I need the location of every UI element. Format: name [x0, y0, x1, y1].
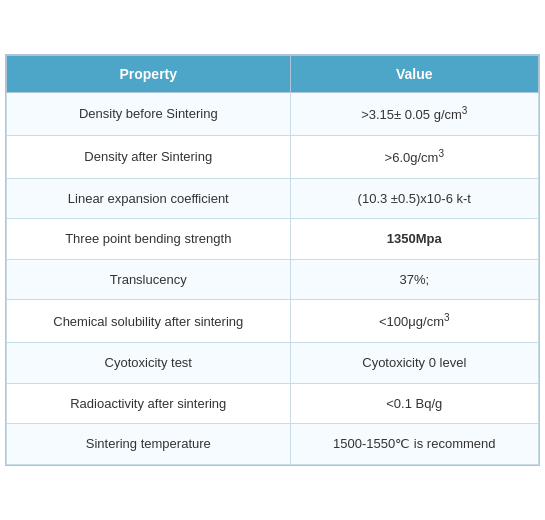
- table-row: Density after Sintering>6.0g/cm3: [7, 136, 539, 179]
- property-cell: Chemical solubility after sintering: [7, 300, 291, 343]
- property-cell: Translucency: [7, 259, 291, 300]
- value-cell: <0.1 Bq/g: [290, 383, 538, 424]
- properties-table: Property Value Density before Sintering>…: [5, 54, 540, 465]
- table-row: Translucency37%;: [7, 259, 539, 300]
- value-cell: (10.3 ±0.5)x10-6 k-t: [290, 178, 538, 219]
- property-cell: Radioactivity after sintering: [7, 383, 291, 424]
- table-row: Cyotoxicity testCyotoxicity 0 level: [7, 343, 539, 384]
- value-cell: >3.15± 0.05 g/cm3: [290, 93, 538, 136]
- property-cell: Density before Sintering: [7, 93, 291, 136]
- value-cell: 1500-1550℃ is recommend: [290, 424, 538, 465]
- property-cell: Sintering temperature: [7, 424, 291, 465]
- table-row: Radioactivity after sintering<0.1 Bq/g: [7, 383, 539, 424]
- property-cell: Three point bending strength: [7, 219, 291, 260]
- table-row: Linear expansion coefficient(10.3 ±0.5)x…: [7, 178, 539, 219]
- table-header-row: Property Value: [7, 56, 539, 93]
- value-header: Value: [290, 56, 538, 93]
- value-cell: >6.0g/cm3: [290, 136, 538, 179]
- property-cell: Cyotoxicity test: [7, 343, 291, 384]
- table-row: Chemical solubility after sintering<100μ…: [7, 300, 539, 343]
- value-cell: 37%;: [290, 259, 538, 300]
- table-row: Sintering temperature1500-1550℃ is recom…: [7, 424, 539, 465]
- value-cell: 1350Mpa: [290, 219, 538, 260]
- property-header: Property: [7, 56, 291, 93]
- value-cell: Cyotoxicity 0 level: [290, 343, 538, 384]
- table-row: Three point bending strength1350Mpa: [7, 219, 539, 260]
- table-row: Density before Sintering>3.15± 0.05 g/cm…: [7, 93, 539, 136]
- property-cell: Linear expansion coefficient: [7, 178, 291, 219]
- value-cell: <100μg/cm3: [290, 300, 538, 343]
- property-cell: Density after Sintering: [7, 136, 291, 179]
